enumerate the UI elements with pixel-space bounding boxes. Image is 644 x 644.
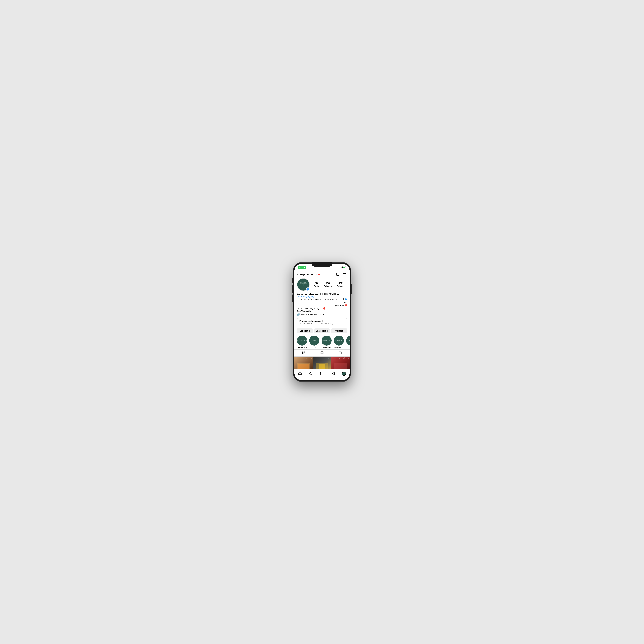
phone-screen: 11:34 LTE bbox=[294, 264, 350, 380]
tagged-icon bbox=[339, 351, 342, 354]
highlight-label-photography: Photography bbox=[297, 346, 307, 348]
highlight-circle-photography: PHOTOGRAPHY bbox=[297, 336, 307, 346]
bio-category: Advertising Agency bbox=[297, 295, 347, 298]
nav-profile[interactable] bbox=[342, 372, 346, 376]
bio-link[interactable]: 🔗 sharpmedia.ir and 1 other bbox=[297, 313, 347, 316]
home-indicator bbox=[314, 379, 330, 379]
nav-profile-avatar bbox=[342, 372, 346, 376]
highlight-circle-sharpmedia: SHARPMEDIA bbox=[334, 336, 344, 346]
highlight-label-graphics: Graphics ad bbox=[322, 346, 331, 348]
edit-profile-button[interactable]: Edit profile bbox=[297, 328, 313, 333]
followers-stat[interactable]: 596 Followers bbox=[324, 282, 332, 287]
svg-line-24 bbox=[312, 374, 312, 375]
highlight-text[interactable]: TEXT Text bbox=[309, 336, 319, 348]
tab-reels[interactable] bbox=[313, 350, 331, 356]
action-buttons: Edit profile Share profile Contact bbox=[294, 327, 350, 334]
svg-point-18 bbox=[321, 352, 321, 352]
menu-button[interactable] bbox=[343, 272, 347, 276]
posts-stat: 58 Posts bbox=[314, 282, 319, 287]
highlight-with[interactable]: WITH With bbox=[346, 336, 350, 348]
profile-header: sharpmedia.ir ∨ bbox=[294, 271, 350, 277]
following-label: Following bbox=[337, 285, 345, 287]
post-1[interactable]: کاتالوگ هتل بهشت ناب ⇪ WWW.SHARPMEDIA.IR bbox=[294, 357, 313, 369]
profile-name: آژانس تبلیغاتی شارپ مدیا | SHARPMEDIA bbox=[297, 293, 347, 295]
main-content[interactable]: sharpmedia.ir ∨ bbox=[294, 271, 350, 369]
posts-count: 58 bbox=[315, 282, 318, 285]
link-text: sharpmedia.ir and 1 other bbox=[301, 313, 324, 316]
search-icon bbox=[309, 372, 313, 376]
svg-rect-13 bbox=[304, 352, 305, 353]
home-icon bbox=[298, 372, 302, 376]
highlight-label-with: With bbox=[349, 346, 350, 348]
username-row[interactable]: sharpmedia.ir ∨ bbox=[297, 273, 320, 276]
post-2[interactable]: کاتالوگ عسل شاه طوبا ⇪ WWW.SHARPMEDIA.IR bbox=[313, 357, 331, 369]
live-dot bbox=[318, 273, 320, 275]
bio-text-line3: 🔴 مدیریت سوشال مدیا bbox=[305, 307, 325, 310]
post-3[interactable]: کاتالوگ فرآورده های گوشتی راه ⇪ WWW.SHAR… bbox=[331, 357, 350, 369]
chevron-down-icon: ∨ bbox=[316, 273, 318, 275]
svg-point-30 bbox=[332, 373, 332, 373]
dashboard-subtitle: 19K accounts reached in the last 30 days… bbox=[299, 322, 345, 325]
home-active-dot bbox=[300, 376, 300, 377]
highlight-label-text: Text bbox=[313, 346, 316, 348]
nav-add[interactable] bbox=[320, 372, 324, 376]
svg-point-29 bbox=[332, 373, 333, 374]
bookmark-icon-1: ⇪ bbox=[311, 357, 312, 359]
following-stat[interactable]: 362 Following bbox=[337, 282, 345, 287]
highlight-graphics[interactable]: GRAPHICS AD Graphics ad bbox=[322, 336, 332, 348]
nav-search[interactable] bbox=[309, 372, 313, 376]
highlight-photography[interactable]: PHOTOGRAPHY Photography bbox=[297, 336, 307, 348]
phone-frame: 11:34 LTE bbox=[293, 262, 351, 382]
svg-point-23 bbox=[310, 372, 312, 375]
followers-label: Followers bbox=[324, 285, 332, 287]
add-post-button[interactable] bbox=[336, 272, 340, 276]
highlight-sharpmedia[interactable]: SHARPMEDIA Sharpmedia bbox=[334, 336, 344, 348]
dashboard-title: Professional dashboard bbox=[299, 320, 345, 322]
bio-section: آژانس تبلیغاتی شارپ مدیا | SHARPMEDIA Ad… bbox=[294, 292, 350, 317]
avatar-wrapper[interactable]: SHARP MEDIA ADVERTISING AGENCY + bbox=[297, 278, 310, 291]
highlight-circle-text: TEXT bbox=[309, 336, 319, 346]
signal-icon bbox=[335, 266, 338, 268]
highlights-row: PHOTOGRAPHY Photography TEXT Text GRAPHI… bbox=[294, 334, 350, 349]
side-button-left-1 bbox=[292, 278, 293, 283]
svg-rect-15 bbox=[304, 353, 305, 354]
professional-dashboard[interactable]: Professional dashboard 19K accounts reac… bbox=[297, 318, 347, 326]
contact-button[interactable]: Contact bbox=[331, 328, 347, 333]
reels-icon bbox=[331, 372, 335, 376]
svg-text:SHARP MEDIA: SHARP MEDIA bbox=[300, 282, 306, 283]
bio-more[interactable]: more ... bbox=[297, 307, 304, 310]
svg-point-17 bbox=[322, 353, 322, 353]
followers-count: 596 bbox=[325, 282, 330, 285]
tab-grid[interactable] bbox=[294, 350, 313, 356]
lte-label: LTE bbox=[339, 266, 342, 268]
highlight-label-sharpmedia: Sharpmedia bbox=[334, 346, 343, 348]
profile-info-row: SHARP MEDIA ADVERTISING AGENCY + 58 Post… bbox=[294, 277, 350, 292]
link-icon: 🔗 bbox=[297, 313, 300, 316]
status-time: 11:34 bbox=[298, 266, 306, 269]
posts-tabs bbox=[294, 349, 350, 357]
tab-tagged[interactable] bbox=[331, 350, 350, 356]
share-profile-button[interactable]: Share profile bbox=[314, 328, 330, 333]
bio-text-line2: 🔴 تولید محتوا bbox=[297, 304, 347, 307]
see-translation[interactable]: See Translation bbox=[297, 310, 347, 312]
nav-home[interactable] bbox=[298, 372, 302, 376]
nav-reels[interactable] bbox=[331, 372, 335, 376]
battery-icon bbox=[342, 266, 346, 268]
svg-point-31 bbox=[334, 373, 334, 373]
bookmark-icon-3: ⇪ bbox=[348, 357, 349, 359]
post-title-1: کاتالوگ هتل بهشت ناب bbox=[295, 358, 312, 358]
avatar-add-button[interactable]: + bbox=[306, 287, 310, 291]
side-button-left-2 bbox=[292, 285, 293, 293]
add-icon bbox=[320, 372, 324, 376]
stats-row: 58 Posts 596 Followers 362 Following bbox=[311, 282, 347, 287]
post-title-3: کاتالوگ فرآورده های گوشتی راه bbox=[332, 358, 349, 358]
post-title-2: کاتالوگ عسل شاه طوبا bbox=[314, 358, 330, 358]
svg-rect-14 bbox=[303, 353, 303, 354]
name-separator: | bbox=[322, 293, 323, 295]
svg-rect-12 bbox=[303, 352, 303, 353]
name-en: SHARPMEDIA bbox=[324, 293, 339, 295]
highlight-circle-with: WITH bbox=[346, 336, 350, 346]
posts-label: Posts bbox=[314, 285, 319, 287]
posts-grid: کاتالوگ هتل بهشت ناب ⇪ WWW.SHARPMEDIA.IR… bbox=[294, 357, 350, 369]
svg-point-21 bbox=[323, 353, 323, 354]
